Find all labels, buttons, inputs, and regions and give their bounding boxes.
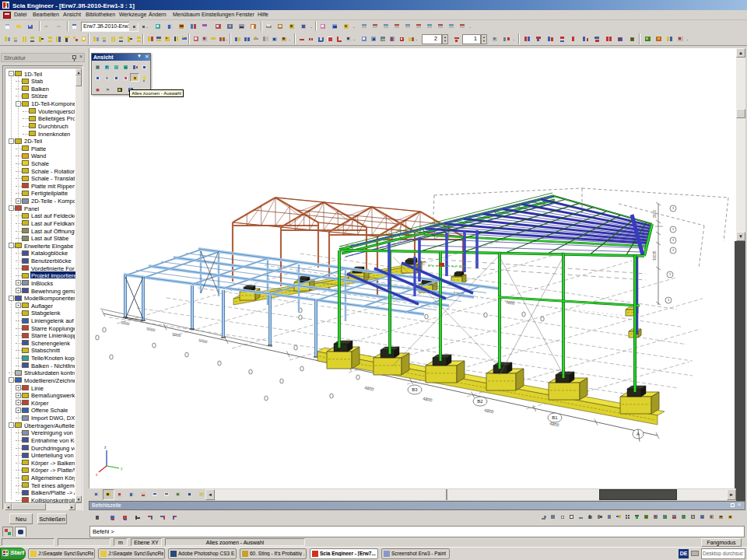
svg-text:4800: 4800 [364, 385, 374, 392]
svg-text:B1: B1 [552, 415, 558, 420]
svg-text:A: A [637, 432, 640, 436]
svg-text:5000: 5000 [198, 338, 208, 344]
svg-text:5000: 5000 [146, 326, 156, 332]
svg-text:2100: 2100 [653, 209, 657, 218]
svg-text:y: y [121, 466, 123, 471]
svg-text:B2: B2 [477, 399, 483, 404]
svg-text:4800: 4800 [484, 408, 494, 415]
svg-text:30035: 30035 [653, 250, 657, 261]
svg-text:4800: 4800 [423, 396, 433, 403]
svg-text:z: z [104, 445, 107, 450]
svg-text:4800: 4800 [506, 299, 515, 306]
svg-text:5000: 5000 [121, 320, 130, 326]
svg-text:5000: 5000 [172, 331, 181, 338]
svg-text:x: x [96, 472, 98, 477]
svg-text:B3: B3 [412, 387, 418, 392]
